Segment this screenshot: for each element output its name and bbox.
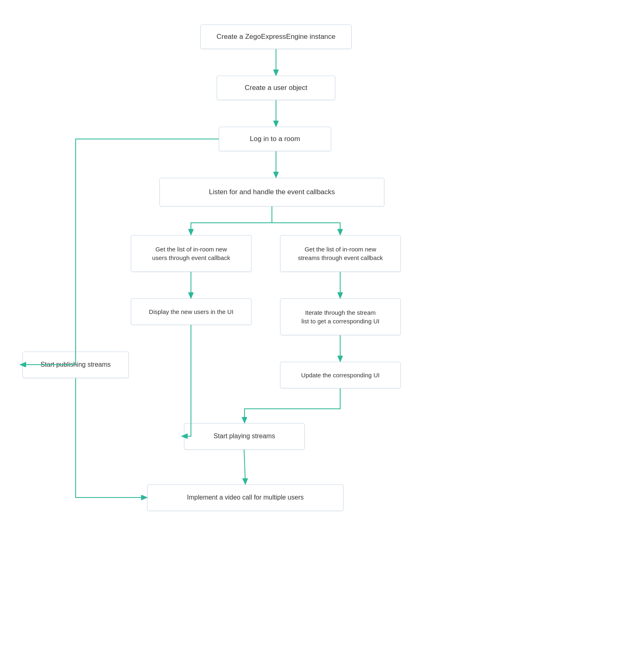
box-update-ui: Update the corresponding UI <box>280 362 401 388</box>
svg-line-7 <box>244 450 245 483</box>
box-implement-video: Implement a video call for multiple user… <box>147 484 343 511</box>
flowchart: Create a ZegoExpressEngine instance Crea… <box>0 0 644 650</box>
box-start-playing: Start playing streams <box>184 423 305 450</box>
box-login: Log in to a room <box>219 127 331 151</box>
box-user-list: Get the list of in-room newusers through… <box>131 235 251 272</box>
box-display-users: Display the new users in the UI <box>131 298 251 325</box>
box-event-callbacks: Listen for and handle the event callback… <box>159 178 384 206</box>
box-user-obj: Create a user object <box>217 76 335 100</box>
box-start-publishing: Start publishing streams <box>22 352 129 378</box>
box-engine: Create a ZegoExpressEngine instance <box>200 25 352 49</box>
box-stream-list: Get the list of in-room newstreams throu… <box>280 235 401 272</box>
box-iterate-streams: Iterate through the streamlist to get a … <box>280 298 401 335</box>
